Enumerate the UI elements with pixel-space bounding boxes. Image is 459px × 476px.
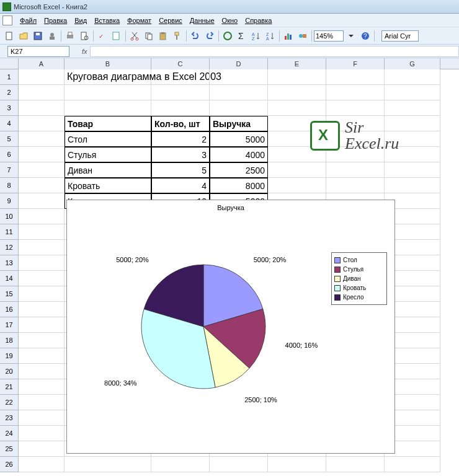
cell[interactable] — [19, 240, 65, 255]
row-header[interactable]: 9 — [0, 193, 19, 209]
permission-button[interactable] — [45, 29, 59, 43]
help-button[interactable]: ? — [359, 29, 372, 43]
cell[interactable] — [19, 116, 65, 131]
menu-format[interactable]: Формат — [123, 15, 155, 25]
zoom-selector[interactable]: 145% — [314, 30, 344, 42]
menu-edit[interactable]: Правка — [40, 15, 71, 25]
cell[interactable]: Стол — [65, 131, 151, 147]
drawing-button[interactable] — [296, 29, 310, 43]
hyperlink-button[interactable] — [221, 29, 234, 43]
row-header[interactable]: 23 — [0, 410, 19, 426]
cell[interactable] — [19, 69, 65, 85]
cell[interactable] — [326, 116, 385, 131]
col-header-b[interactable]: B — [65, 58, 151, 69]
chart-wizard-button[interactable] — [282, 29, 295, 43]
row-header[interactable]: 25 — [0, 441, 19, 457]
cut-button[interactable] — [128, 29, 141, 43]
cell[interactable] — [19, 364, 65, 379]
cell[interactable]: 2 — [151, 131, 210, 147]
cell[interactable]: Кол-во, шт — [151, 116, 210, 131]
cell[interactable] — [268, 85, 326, 100]
cell[interactable] — [19, 333, 65, 348]
cell[interactable] — [65, 100, 151, 116]
spelling-button[interactable]: ✓ — [96, 29, 109, 43]
cell[interactable] — [326, 457, 385, 472]
cell[interactable]: Выручка — [210, 116, 268, 131]
row-header[interactable]: 5 — [0, 131, 19, 147]
menu-tools[interactable]: Сервис — [155, 15, 186, 25]
cell[interactable] — [268, 69, 326, 85]
cell[interactable] — [385, 69, 440, 85]
print-preview-button[interactable] — [78, 29, 91, 43]
row-header[interactable]: 4 — [0, 116, 19, 131]
cell[interactable]: 8000 — [210, 178, 268, 193]
row-header[interactable]: 19 — [0, 348, 19, 364]
cell[interactable] — [326, 69, 385, 85]
cell[interactable] — [268, 162, 326, 178]
cell[interactable] — [19, 441, 65, 457]
cell[interactable]: 2500 — [210, 162, 268, 178]
cell[interactable] — [385, 100, 440, 116]
select-all-corner[interactable] — [0, 58, 19, 69]
row-header[interactable]: 2 — [0, 85, 19, 100]
cell[interactable] — [385, 131, 440, 147]
cell[interactable] — [210, 69, 268, 85]
cell[interactable] — [151, 85, 210, 100]
new-doc-button[interactable] — [2, 29, 16, 43]
cell[interactable]: 4 — [151, 178, 210, 193]
cell[interactable] — [326, 131, 385, 147]
cell[interactable] — [385, 178, 440, 193]
col-header-f[interactable]: F — [326, 58, 385, 69]
col-header-d[interactable]: D — [210, 58, 268, 69]
cell[interactable] — [326, 85, 385, 100]
sort-asc-button[interactable]: AZ — [249, 29, 263, 43]
row-header[interactable]: 11 — [0, 224, 19, 240]
cell[interactable] — [268, 100, 326, 116]
cell[interactable] — [19, 100, 65, 116]
cell[interactable] — [19, 193, 65, 209]
cell[interactable]: 5 — [151, 162, 210, 178]
paste-button[interactable] — [156, 29, 170, 43]
row-header[interactable]: 26 — [0, 457, 19, 472]
row-header[interactable]: 16 — [0, 302, 19, 317]
cell[interactable]: Диван — [65, 162, 151, 178]
save-button[interactable] — [31, 29, 45, 43]
undo-button[interactable] — [189, 29, 202, 43]
row-header[interactable]: 10 — [0, 209, 19, 224]
cell[interactable] — [268, 178, 326, 193]
cell[interactable] — [19, 131, 65, 147]
redo-button[interactable] — [203, 29, 216, 43]
cell[interactable]: Кровать — [65, 178, 151, 193]
cell[interactable] — [19, 162, 65, 178]
cell[interactable] — [210, 85, 268, 100]
cell[interactable] — [326, 178, 385, 193]
cell[interactable] — [19, 85, 65, 100]
cell[interactable]: Товар — [65, 116, 151, 131]
cell[interactable] — [210, 457, 268, 472]
sort-desc-button[interactable]: ZA — [264, 29, 277, 43]
row-header[interactable]: 17 — [0, 317, 19, 333]
cell[interactable] — [385, 116, 440, 131]
row-header[interactable]: 12 — [0, 240, 19, 255]
font-selector[interactable]: Arial Cyr — [381, 30, 419, 42]
cell[interactable] — [19, 178, 65, 193]
cell[interactable] — [151, 100, 210, 116]
cell[interactable] — [385, 147, 440, 162]
formula-bar[interactable] — [90, 46, 459, 57]
cell[interactable] — [19, 255, 65, 271]
format-painter-button[interactable] — [171, 29, 184, 43]
menu-view[interactable]: Вид — [71, 15, 91, 25]
menu-window[interactable]: Окно — [218, 15, 242, 25]
row-header[interactable]: 6 — [0, 147, 19, 162]
row-header[interactable]: 20 — [0, 364, 19, 379]
autosum-button[interactable]: Σ — [235, 29, 249, 43]
col-header-c[interactable]: C — [151, 58, 210, 69]
row-header[interactable]: 21 — [0, 379, 19, 395]
cell[interactable] — [19, 147, 65, 162]
menu-insert[interactable]: Вставка — [91, 15, 123, 25]
cell[interactable] — [326, 100, 385, 116]
row-header[interactable]: 14 — [0, 271, 19, 286]
cell[interactable] — [65, 457, 151, 472]
cell[interactable] — [19, 286, 65, 302]
menu-help[interactable]: Справка — [241, 15, 275, 25]
